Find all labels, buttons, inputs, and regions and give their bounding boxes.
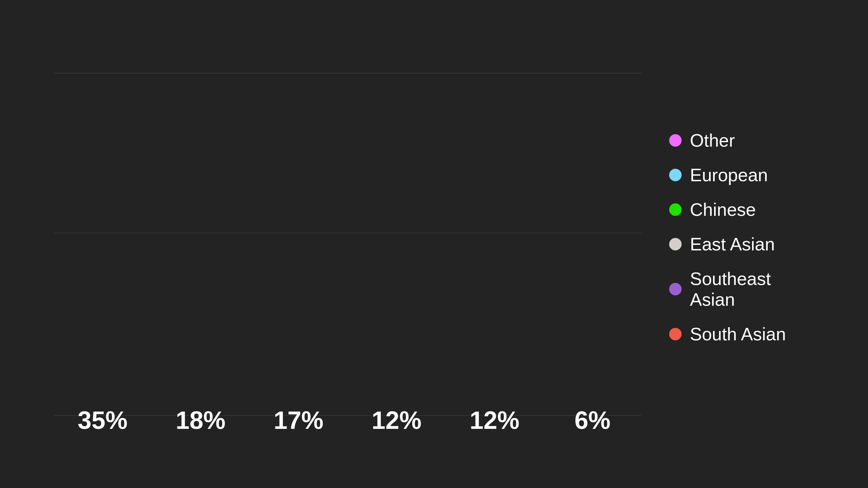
legend-item-other: Other bbox=[669, 130, 814, 151]
bar-label-southeast-asian: 12% bbox=[470, 406, 519, 434]
legend-item-southeast-asian: Southeast Asian bbox=[669, 268, 814, 310]
legend-label-south-asian: South Asian bbox=[690, 324, 786, 344]
bars-wrapper: 35%18%17%12%12%6% bbox=[54, 54, 641, 434]
legend-label-other: Other bbox=[690, 130, 735, 151]
legend-dot-european bbox=[669, 169, 682, 181]
legend-dot-east-asian bbox=[669, 238, 682, 250]
chart-container: 35%18%17%12%12%6% OtherEuropeanChineseEa… bbox=[0, 0, 868, 488]
legend-item-chinese: Chinese bbox=[669, 199, 814, 220]
bar-label-chinese: 17% bbox=[274, 406, 323, 434]
legend-dot-south-asian bbox=[669, 328, 682, 340]
legend-label-european: European bbox=[690, 165, 768, 185]
bar-label-east-asian: 6% bbox=[574, 406, 610, 434]
legend-label-east-asian: East Asian bbox=[690, 234, 775, 255]
legend-item-east-asian: East Asian bbox=[669, 234, 814, 255]
legend-dot-other bbox=[669, 134, 682, 147]
bar-label-south-asian: 12% bbox=[372, 406, 422, 434]
bar-label-other: 35% bbox=[78, 406, 128, 434]
legend-item-european: European bbox=[669, 165, 814, 185]
legend-item-south-asian: South Asian bbox=[669, 324, 814, 344]
legend-dot-southeast-asian bbox=[669, 283, 682, 295]
legend-label-chinese: Chinese bbox=[690, 199, 756, 220]
legend-label-southeast-asian: Southeast Asian bbox=[690, 268, 814, 310]
chart-inner: 35%18%17%12%12%6% OtherEuropeanChineseEa… bbox=[54, 54, 814, 434]
legend: OtherEuropeanChineseEast AsianSoutheast … bbox=[669, 130, 814, 344]
bar-label-european: 18% bbox=[176, 406, 225, 434]
bars-area: 35%18%17%12%12%6% bbox=[54, 54, 641, 434]
legend-dot-chinese bbox=[669, 203, 682, 216]
